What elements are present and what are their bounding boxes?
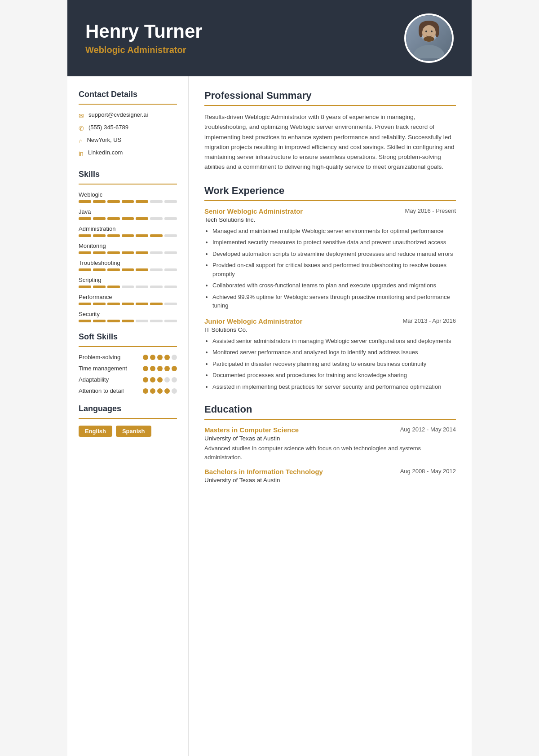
- skill-segment: [150, 217, 163, 220]
- job-bullets: Assisted senior administrators in managi…: [204, 337, 456, 391]
- skill-segment: [93, 234, 106, 237]
- skill-segment: [150, 251, 163, 254]
- summary-divider: [204, 105, 456, 106]
- soft-skill-dots: [143, 366, 177, 371]
- soft-skill-item: Attention to detail: [79, 387, 177, 394]
- job-bullet: Assisted senior administrators in managi…: [212, 337, 456, 346]
- summary-text: Results-driven Weblogic Administrator wi…: [204, 112, 456, 172]
- job-company: Tech Solutions Inc.: [204, 216, 456, 223]
- skill-segment: [150, 286, 163, 288]
- soft-skill-dot: [164, 377, 170, 382]
- svg-point-5: [435, 24, 439, 37]
- skill-name: Security: [79, 311, 177, 317]
- job-bullet: Collaborated with cross-functional teams…: [212, 281, 456, 290]
- job-entry: Senior Weblogic AdministratorMay 2016 - …: [204, 207, 456, 310]
- skill-item: Performance: [79, 294, 177, 305]
- skill-item: Weblogic: [79, 191, 177, 203]
- soft-skill-dot: [157, 355, 163, 360]
- edu-school: University of Texas at Austin: [204, 435, 456, 442]
- summary-section: Professional Summary Results-driven Webl…: [204, 90, 456, 172]
- job-bullets: Managed and maintained multiple Weblogic…: [204, 227, 456, 310]
- skill-bar: [79, 320, 177, 322]
- edu-school: University of Texas at Austin: [204, 477, 456, 483]
- skill-segment: [79, 303, 91, 305]
- skill-segment: [164, 217, 177, 220]
- skill-segment: [93, 268, 106, 271]
- skill-segment: [79, 286, 91, 288]
- avatar-image: [406, 15, 452, 61]
- soft-skill-dot: [164, 366, 170, 371]
- skill-bar: [79, 251, 177, 254]
- soft-skill-item: Adaptability: [79, 376, 177, 383]
- skill-segment: [79, 268, 91, 271]
- soft-skill-dots: [143, 377, 177, 382]
- skill-segment: [79, 234, 91, 237]
- skill-segment: [122, 251, 134, 254]
- candidate-title: Weblogic Administrator: [85, 45, 203, 55]
- contact-section: Contact Details ✉support@cvdesigner.ai✆(…: [79, 90, 177, 157]
- skill-name: Scripting: [79, 277, 177, 283]
- skill-name: Performance: [79, 294, 177, 300]
- soft-skills-section: Soft Skills Problem-solvingTime manageme…: [79, 332, 177, 394]
- work-experience-section: Work Experience Senior Weblogic Administ…: [204, 185, 456, 391]
- skill-item: Scripting: [79, 277, 177, 288]
- svg-point-8: [425, 31, 427, 32]
- language-tags: EnglishSpanish: [79, 426, 177, 437]
- svg-point-1: [413, 45, 445, 58]
- skills-divider: [79, 184, 177, 185]
- skill-segment: [122, 303, 134, 305]
- soft-skill-dot: [143, 377, 148, 382]
- skill-segment: [79, 251, 91, 254]
- skill-segment: [136, 251, 148, 254]
- svg-point-9: [431, 31, 433, 32]
- avatar: [404, 13, 454, 63]
- edu-header: Masters in Computer ScienceAug 2012 - Ma…: [204, 426, 456, 434]
- soft-skills-divider: [79, 346, 177, 347]
- soft-skill-dots: [143, 388, 177, 394]
- soft-skill-name: Adaptability: [79, 376, 109, 383]
- contact-value: LinkedIn.com: [88, 149, 123, 156]
- header-left: Henry Turner Weblogic Administrator: [85, 21, 203, 55]
- job-entry: Junior Weblogic AdministratorMar 2013 - …: [204, 317, 456, 391]
- contact-icon: ⌂: [79, 137, 82, 145]
- languages-section: Languages EnglishSpanish: [79, 404, 177, 437]
- edu-degree: Masters in Computer Science: [204, 426, 299, 434]
- skill-segment: [136, 286, 148, 288]
- education-divider: [204, 419, 456, 420]
- soft-skill-dot: [143, 355, 148, 360]
- skill-segment: [164, 251, 177, 254]
- skill-segment: [107, 286, 120, 288]
- skill-bar: [79, 268, 177, 271]
- soft-skill-dot: [150, 388, 155, 394]
- skill-segment: [164, 200, 177, 203]
- soft-skill-dot: [150, 366, 155, 371]
- right-panel: Professional Summary Results-driven Webl…: [189, 76, 472, 756]
- skill-item: Administration: [79, 225, 177, 237]
- skill-segment: [107, 268, 120, 271]
- skill-segment: [136, 268, 148, 271]
- contact-list: ✉support@cvdesigner.ai✆(555) 345-6789⌂Ne…: [79, 111, 177, 157]
- skill-segment: [107, 234, 120, 237]
- skill-segment: [136, 303, 148, 305]
- skill-segment: [79, 217, 91, 220]
- skill-segment: [107, 251, 120, 254]
- education-title: Education: [204, 404, 456, 415]
- skill-segment: [150, 200, 163, 203]
- contact-divider: [79, 104, 177, 105]
- skill-segment: [79, 320, 91, 322]
- contact-item: ✆(555) 345-6789: [79, 124, 177, 132]
- skill-name: Java: [79, 208, 177, 215]
- skill-bar: [79, 217, 177, 220]
- job-title: Junior Weblogic Administrator: [204, 317, 302, 325]
- soft-skill-name: Problem-solving: [79, 354, 120, 360]
- edu-dates: Aug 2008 - May 2012: [400, 468, 456, 475]
- skill-bar: [79, 200, 177, 203]
- skill-segment: [136, 217, 148, 220]
- skill-segment: [122, 320, 134, 322]
- skill-segment: [136, 234, 148, 237]
- skill-bar: [79, 286, 177, 288]
- contact-icon: ✉: [79, 112, 84, 119]
- languages-divider: [79, 418, 177, 419]
- job-bullet: Achieved 99.9% uptime for Weblogic serve…: [212, 293, 456, 310]
- education-section: Education Masters in Computer ScienceAug…: [204, 404, 456, 483]
